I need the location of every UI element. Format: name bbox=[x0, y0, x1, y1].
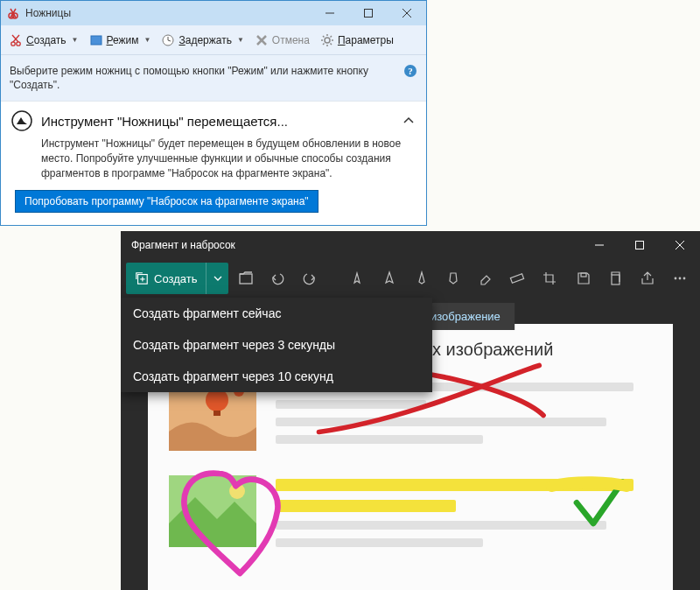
cancel-button: Отмена bbox=[250, 30, 314, 51]
titlebar[interactable]: Ножницы bbox=[1, 1, 426, 25]
more-button[interactable] bbox=[664, 261, 695, 296]
gear-icon bbox=[320, 33, 334, 47]
mode-button[interactable]: Режим ▼ bbox=[85, 30, 156, 51]
mode-icon bbox=[89, 33, 103, 47]
svg-rect-39 bbox=[581, 273, 586, 277]
menu-item-snip-10s[interactable]: Создать фрагмент через 10 секунд bbox=[121, 361, 432, 392]
svg-rect-38 bbox=[511, 274, 524, 283]
delay-button[interactable]: Задержать ▼ bbox=[157, 30, 248, 51]
open-file-button[interactable] bbox=[230, 261, 261, 296]
close-button[interactable] bbox=[388, 1, 426, 25]
save-button[interactable] bbox=[568, 261, 598, 296]
share-button[interactable] bbox=[633, 261, 663, 296]
titlebar[interactable]: Фрагмент и набросок bbox=[121, 231, 700, 259]
chevron-down-icon: ▼ bbox=[72, 36, 79, 44]
maximize-button[interactable] bbox=[620, 231, 660, 259]
try-sketch-button[interactable]: Попробовать программу "Набросок на фрагм… bbox=[15, 190, 318, 213]
new-button[interactable]: Создать bbox=[126, 263, 206, 294]
chevron-down-icon: ▼ bbox=[237, 36, 244, 44]
info-message: Выберите режим ножниц с помощью кнопки "… bbox=[10, 64, 396, 92]
toolbar: Создать bbox=[121, 259, 700, 298]
scissors-icon bbox=[9, 33, 23, 47]
touch-writing-button[interactable] bbox=[342, 261, 373, 296]
content-row bbox=[169, 475, 652, 547]
clock-icon bbox=[161, 33, 175, 47]
toolbar: Создать ▼ Режим ▼ Задержать ▼ Отмена Пар… bbox=[1, 25, 426, 55]
panel-title: Инструмент "Ножницы" перемещается... bbox=[41, 114, 393, 129]
eraser-button[interactable] bbox=[470, 261, 500, 296]
redo-button[interactable] bbox=[295, 261, 326, 296]
info-bar: Выберите режим ножниц с помощью кнопки "… bbox=[1, 55, 426, 101]
new-dropdown-menu: Создать фрагмент сейчас Создать фрагмент… bbox=[121, 298, 432, 392]
help-icon[interactable]: ? bbox=[403, 64, 417, 78]
highlighter-button[interactable] bbox=[438, 261, 469, 296]
svg-rect-37 bbox=[240, 274, 252, 284]
x-icon bbox=[255, 33, 269, 47]
close-button[interactable] bbox=[660, 231, 700, 259]
svg-point-49 bbox=[229, 483, 245, 499]
minimize-button[interactable] bbox=[311, 1, 349, 25]
svg-line-10 bbox=[12, 35, 18, 42]
ballpoint-pen-button[interactable] bbox=[374, 261, 405, 296]
options-button[interactable]: Параметры bbox=[316, 30, 398, 51]
menu-item-snip-now[interactable]: Создать фрагмент сейчас bbox=[121, 298, 432, 329]
text-line bbox=[276, 521, 606, 530]
svg-line-26 bbox=[323, 43, 325, 45]
menu-item-snip-3s[interactable]: Создать фрагмент через 3 секунды bbox=[121, 329, 432, 361]
collapse-chevron-icon[interactable] bbox=[402, 114, 416, 128]
snipping-tool-window: Ножницы Создать ▼ Режим ▼ Задержать ▼ От… bbox=[0, 0, 427, 226]
text-line bbox=[276, 479, 634, 491]
text-line bbox=[276, 538, 483, 547]
maximize-button[interactable] bbox=[349, 1, 388, 25]
svg-point-9 bbox=[17, 41, 20, 45]
text-line bbox=[276, 500, 456, 512]
undo-button[interactable] bbox=[262, 261, 293, 296]
svg-line-25 bbox=[330, 36, 332, 38]
svg-point-43 bbox=[682, 277, 685, 280]
panel-body: Инструмент "Ножницы" будет перемещен в б… bbox=[41, 137, 416, 180]
svg-rect-5 bbox=[365, 10, 373, 18]
crop-button[interactable] bbox=[535, 261, 565, 296]
text-line bbox=[276, 418, 606, 426]
window-title: Фрагмент и набросок bbox=[131, 239, 235, 251]
svg-point-18 bbox=[325, 38, 330, 43]
chevron-down-icon: ▼ bbox=[144, 36, 151, 44]
thumb-landscape bbox=[169, 475, 256, 547]
sketch-app-icon bbox=[11, 110, 32, 131]
svg-rect-12 bbox=[91, 36, 102, 45]
app-icon bbox=[6, 6, 20, 20]
new-split-button[interactable]: Создать bbox=[126, 263, 228, 294]
svg-text:?: ? bbox=[408, 66, 413, 76]
text-line bbox=[276, 435, 483, 444]
new-dropdown[interactable] bbox=[206, 263, 228, 294]
svg-rect-40 bbox=[612, 275, 620, 284]
svg-point-42 bbox=[678, 277, 681, 280]
svg-line-11 bbox=[13, 35, 19, 42]
pencil-button[interactable] bbox=[406, 261, 437, 296]
snip-and-sketch-window: Фрагмент и набросок Создать bbox=[121, 231, 700, 590]
window-title: Ножницы bbox=[25, 7, 311, 19]
svg-line-24 bbox=[330, 43, 332, 45]
copy-button[interactable] bbox=[600, 261, 631, 296]
moving-notice-panel: Инструмент "Ножницы" перемещается... Инс… bbox=[1, 101, 426, 224]
svg-rect-31 bbox=[636, 242, 644, 249]
new-button[interactable]: Создать ▼ bbox=[4, 30, 83, 51]
svg-point-41 bbox=[674, 277, 676, 280]
svg-rect-46 bbox=[214, 411, 220, 416]
minimize-button[interactable] bbox=[579, 231, 620, 259]
text-line bbox=[276, 400, 426, 409]
svg-line-23 bbox=[323, 36, 325, 38]
ruler-button[interactable] bbox=[502, 261, 533, 296]
svg-point-8 bbox=[11, 41, 15, 45]
